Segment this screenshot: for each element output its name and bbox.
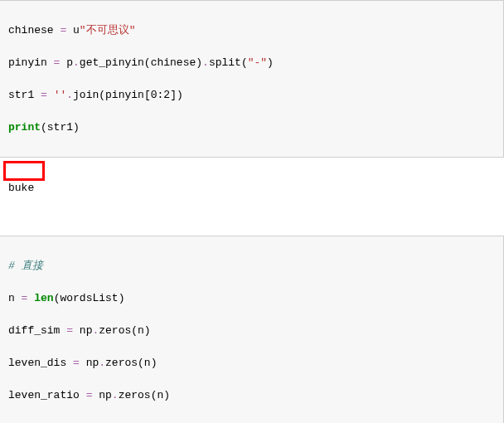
code-line: for i, str2 in enumerate(wordsList):	[8, 420, 495, 424]
code-line: # 直接	[8, 258, 495, 275]
code-line: leven_dis = np.zeros(n)	[8, 355, 495, 372]
highlight-box-1	[3, 161, 45, 181]
code-line: print(str1)	[8, 119, 495, 136]
code-line: leven_ratio = np.zeros(n)	[8, 387, 495, 404]
output-cell-1: buke	[0, 158, 504, 221]
code-cell-1: chinese = u"不可思议" pinyin = p.get_pinyin(…	[0, 0, 504, 158]
code-line: chinese = u"不可思议"	[8, 22, 495, 39]
code-line: str1 = ''.join(pinyin[0:2])	[8, 87, 495, 104]
code-cell-2: # 直接 n = len(wordsList) diff_sim = np.ze…	[0, 236, 504, 423]
output-text: buke	[8, 182, 34, 194]
code-line: pinyin = p.get_pinyin(chinese).split("-"…	[8, 55, 495, 71]
code-line: n = len(wordsList)	[8, 290, 495, 307]
code-line: diff_sim = np.zeros(n)	[8, 323, 495, 339]
